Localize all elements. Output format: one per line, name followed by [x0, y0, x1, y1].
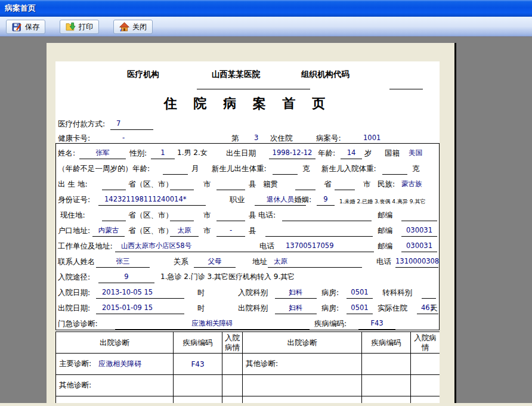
field-label: 入院途径: — [58, 272, 90, 282]
field-label: 民族: — [378, 179, 395, 189]
diagnosis-cell[interactable]: 其他诊断: — [243, 354, 362, 375]
field-label: （年龄不足一周岁的）年龄: — [58, 163, 150, 173]
field-value[interactable]: 应激相关障碍 — [115, 318, 310, 330]
button-label: 关闭 — [132, 22, 147, 32]
diagnosis-cell — [174, 396, 222, 404]
save-button[interactable]: 保存 — [6, 20, 45, 34]
field-value[interactable]: 9 — [317, 194, 335, 206]
diagnosis-cell — [362, 396, 411, 404]
field-slot[interactable] — [382, 163, 407, 175]
field-label: 出 生 地: — [58, 179, 88, 189]
field-label: 第 — [231, 133, 239, 143]
field-label: 转科科别 — [382, 287, 412, 297]
field-label: 年龄: — [318, 148, 335, 158]
diagnosis-cell — [411, 396, 440, 404]
field-label: 月 — [191, 163, 199, 173]
field-label: 病案号: — [316, 133, 341, 143]
field-slot[interactable] — [265, 225, 373, 237]
diagnosis-cell[interactable]: 其他诊断: — [56, 375, 174, 396]
field-value[interactable]: 内蒙古 — [92, 225, 125, 237]
field-label: 入院日期: — [58, 287, 90, 297]
field-label: 健康卡号: — [58, 133, 90, 143]
field-value[interactable]: F43 — [358, 318, 395, 330]
form-page: 住 院 病 案 首 页 出院诊断疾病编码入院病情出院诊断疾病编码入院病情主要诊断… — [47, 43, 456, 406]
field-slot[interactable] — [295, 179, 316, 190]
field-label: 省（区、市） — [128, 210, 173, 220]
field-value[interactable]: 142321198111240014* — [98, 194, 206, 206]
form-title: 住 院 病 案 首 页 — [55, 95, 440, 113]
field-label: 岁 — [364, 148, 372, 158]
field-value[interactable]: 13700517059 — [280, 241, 374, 252]
field-value[interactable]: 张军 — [79, 148, 126, 159]
field-slot[interactable] — [282, 210, 372, 221]
window-titlebar: 病案首页 — [0, 0, 532, 17]
field-value[interactable]: 7 — [110, 119, 153, 130]
field-value[interactable]: 妇科 — [275, 287, 317, 299]
field-value[interactable]: 030031 — [401, 225, 437, 237]
diagnosis-table: 出院诊断疾病编码入院病情出院诊断疾病编码入院病情主要诊断:应激相关障碍F43其他… — [55, 331, 440, 403]
field-label: 职业 — [230, 194, 245, 204]
field-value[interactable]: 14 — [341, 148, 362, 159]
field-label: 邮编 — [378, 225, 392, 235]
field-slot[interactable] — [170, 210, 194, 221]
toolbar: 保存 打印 关闭 — [0, 17, 532, 37]
button-label: 保存 — [25, 22, 39, 32]
field-label: 出院科别 — [238, 303, 268, 313]
field-value[interactable]: 太原 — [268, 256, 362, 268]
field-value[interactable]: 2013-10-05 15 — [96, 287, 184, 299]
field-slot[interactable] — [273, 163, 298, 175]
field-value[interactable]: 父母 — [194, 256, 236, 268]
field-slot[interactable] — [216, 179, 245, 190]
form-line: 联系人姓名张三关系父母地址太原电话13100003088 — [55, 255, 440, 270]
field-value[interactable]: 1 — [151, 148, 175, 159]
field-value[interactable]: 2015-01-09 15 — [96, 303, 184, 314]
form-area: 住 院 病 案 首 页 出院诊断疾病编码入院病情出院诊断疾病编码入院病情主要诊断… — [55, 61, 440, 403]
field-slot[interactable] — [163, 163, 188, 175]
field-slot[interactable] — [102, 210, 126, 221]
form-header-label: 组织机构代码 — [301, 69, 349, 79]
button-label: 打印 — [79, 22, 93, 32]
diagnosis-cell — [243, 396, 362, 404]
diagnosis-cell[interactable]: 主要诊断:应激相关障碍 — [56, 354, 174, 375]
field-value[interactable]: 1998-12-12 — [269, 148, 316, 159]
field-slot[interactable] — [401, 210, 437, 221]
form-line: 身份证号:142321198111240014*职业退休人员婚姻:91.未婚 2… — [55, 193, 440, 208]
field-slot[interactable] — [216, 210, 245, 221]
underline — [197, 81, 310, 89]
field-label: 出生日期 — [226, 148, 256, 158]
field-label: 工作单位及地址: — [58, 241, 113, 251]
close-button[interactable]: 关闭 — [113, 20, 153, 34]
field-slot[interactable] — [170, 179, 194, 190]
field-label: 天 — [430, 303, 438, 313]
diagnosis-cell[interactable]: F43 — [174, 354, 222, 375]
diagnosis-cell — [222, 396, 243, 404]
field-value[interactable]: - — [216, 225, 245, 237]
field-slot[interactable] — [422, 287, 436, 299]
field-value[interactable]: 0501 — [347, 303, 373, 314]
diagnosis-cell — [362, 375, 411, 396]
print-button[interactable]: 打印 — [60, 20, 99, 34]
diagnosis-header-cell: 疾病编码 — [362, 332, 411, 354]
field-value: 1001 — [363, 133, 381, 143]
field-label: 市 — [203, 210, 211, 220]
field-slot[interactable] — [335, 179, 355, 190]
field-label: 出院日期: — [58, 303, 90, 313]
field-label: 克 — [412, 163, 420, 173]
field-value[interactable]: 张三 — [96, 256, 150, 268]
field-value[interactable]: 妇科 — [275, 303, 317, 314]
field-value: 3 — [254, 133, 258, 143]
field-label: 市 — [203, 179, 211, 189]
field-slot[interactable] — [102, 179, 126, 190]
field-value[interactable]: 太原 — [170, 225, 199, 237]
content-area: 住 院 病 案 首 页 出院诊断疾病编码入院病情出院诊断疾病编码入院病情主要诊断… — [0, 37, 532, 406]
field-value[interactable]: 9 — [98, 272, 154, 283]
field-label: 现住地: — [60, 210, 85, 220]
diagnosis-cell — [56, 396, 174, 404]
field-label: 省 — [324, 179, 332, 189]
window-title: 病案首页 — [5, 3, 36, 14]
field-label: 婚姻: — [294, 194, 311, 204]
diagnosis-header-cell: 出院诊断 — [56, 332, 174, 354]
field-value[interactable]: 030031 — [401, 241, 437, 252]
field-value[interactable]: 13100003088 — [395, 256, 438, 268]
field-value[interactable]: 0501 — [347, 287, 373, 299]
